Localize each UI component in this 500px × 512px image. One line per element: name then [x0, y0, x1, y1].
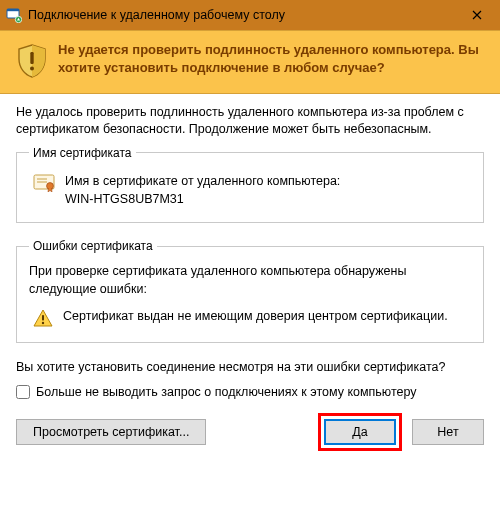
certificate-errors-legend: Ошибки сертификата: [29, 239, 157, 253]
dont-ask-again-label[interactable]: Больше не выводить запрос о подключениях…: [36, 385, 417, 399]
intro-text: Не удалось проверить подлинность удаленн…: [16, 104, 484, 138]
certificate-errors-group: Ошибки сертификата При проверке сертифик…: [16, 239, 484, 343]
window-title: Подключение к удаленному рабочему столу: [28, 8, 454, 22]
view-certificate-button[interactable]: Просмотреть сертификат...: [16, 419, 206, 445]
certificate-icon: [33, 174, 55, 192]
svg-rect-1: [7, 9, 19, 11]
warning-triangle-icon: [33, 308, 53, 328]
certificate-name-group: Имя сертификата Имя в сертификате от уда…: [16, 146, 484, 223]
certificate-errors-intro: При проверке сертификата удаленного комп…: [29, 263, 471, 298]
warning-banner: Не удается проверить подлинность удаленн…: [0, 30, 500, 94]
svg-point-4: [30, 67, 34, 71]
titlebar: Подключение к удаленному рабочему столу: [0, 0, 500, 30]
svg-rect-3: [30, 52, 33, 64]
svg-rect-9: [42, 315, 44, 321]
shield-icon: [16, 43, 48, 79]
confirm-question: Вы хотите установить соединение несмотря…: [16, 359, 484, 377]
close-button[interactable]: [454, 0, 500, 30]
yes-button-highlight: Да: [318, 413, 402, 451]
certificate-error-item: Сертификат выдан не имеющим доверия цент…: [63, 308, 448, 326]
rdp-app-icon: [6, 7, 22, 23]
no-button[interactable]: Нет: [412, 419, 484, 445]
svg-point-10: [42, 322, 44, 324]
dont-ask-again-checkbox[interactable]: [16, 385, 30, 399]
certificate-name-legend: Имя сертификата: [29, 146, 136, 160]
certificate-name-value: WIN-HTGS8UB7M31: [65, 190, 340, 208]
certificate-from-label: Имя в сертификате от удаленного компьюте…: [65, 172, 340, 190]
warning-banner-text: Не удается проверить подлинность удаленн…: [58, 41, 484, 76]
button-row: Просмотреть сертификат... Да Нет: [0, 413, 500, 465]
yes-button[interactable]: Да: [324, 419, 396, 445]
